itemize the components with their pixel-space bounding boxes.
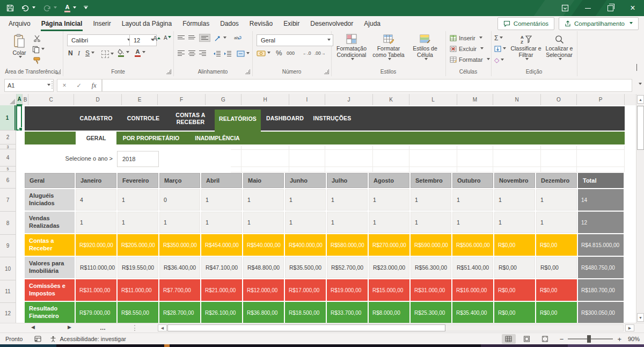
report-data-cell[interactable]: R$0,00	[536, 279, 577, 301]
report-total-cell[interactable]: R$480.750,00	[578, 257, 624, 278]
sort-filter-button[interactable]: AZ Classificar e Filtrar	[510, 34, 541, 62]
expand-formula-bar-icon[interactable]	[639, 83, 642, 86]
insert-function-icon[interactable]: fx	[92, 82, 97, 90]
column-header-f[interactable]: F	[158, 94, 206, 105]
report-data-cell[interactable]: 1	[327, 189, 368, 211]
wrap-text-icon[interactable]: ab	[233, 34, 242, 42]
previous-sheet-icon[interactable]: ◀	[31, 324, 35, 330]
clipboard-dialog-launcher[interactable]	[56, 69, 61, 74]
report-data-cell[interactable]: 1	[243, 189, 284, 211]
accounting-format-icon[interactable]	[257, 50, 270, 57]
save-icon[interactable]	[6, 4, 14, 12]
decrease-indent-icon[interactable]	[213, 50, 221, 57]
decrease-decimal-icon[interactable]: .00→	[314, 50, 325, 56]
report-row-label-resultado-financeiro[interactable]: Resultado Financeiro	[25, 302, 75, 323]
align-center-icon[interactable]	[188, 50, 195, 56]
comma-style-button[interactable]: 000	[287, 50, 295, 56]
align-left-icon[interactable]	[178, 50, 185, 56]
report-data-cell[interactable]: R$16.000,00	[452, 279, 493, 301]
report-data-cell[interactable]: R$51.400,00	[452, 257, 493, 278]
report-header-cell-outubro[interactable]: Outubro	[452, 173, 493, 188]
row-header-11[interactable]: 11	[0, 280, 16, 303]
paste-dropdown-icon[interactable]	[19, 56, 22, 60]
borders-dropdown-icon[interactable]	[111, 53, 114, 56]
insert-dropdown-icon[interactable]	[479, 37, 482, 40]
align-bottom-icon[interactable]	[199, 34, 210, 42]
report-data-cell[interactable]: 1	[159, 212, 200, 233]
name-box-dropdown-icon[interactable]	[47, 84, 50, 88]
report-header-cell-agosto[interactable]: Agosto	[369, 173, 409, 188]
font-name-select[interactable]: Calibri	[67, 34, 133, 46]
report-data-cell[interactable]: R$8.000,00	[369, 302, 409, 323]
font-color-button[interactable]: A	[64, 4, 76, 12]
report-data-cell[interactable]: R$0,00	[536, 234, 577, 256]
bold-button[interactable]: N	[68, 49, 73, 57]
accounting-dropdown-icon[interactable]	[267, 52, 270, 55]
select-all-corner[interactable]	[0, 94, 17, 105]
redo-dropdown-icon[interactable]	[54, 6, 57, 10]
report-data-cell[interactable]: R$36.400,00	[159, 257, 200, 278]
report-data-cell[interactable]: R$28.700,00	[159, 302, 200, 323]
more-sheets-button[interactable]: …	[100, 324, 106, 331]
report-data-cell[interactable]: 1	[118, 189, 158, 211]
report-data-cell[interactable]: 1	[452, 212, 493, 233]
report-data-cell[interactable]: R$11.000,00	[118, 279, 158, 301]
report-data-cell[interactable]: R$31.000,00	[76, 279, 116, 301]
paste-button[interactable]: Colar	[8, 34, 31, 60]
copy-icon[interactable]	[32, 46, 45, 53]
undo-dropdown-icon[interactable]	[32, 6, 35, 10]
zoom-slider[interactable]	[568, 338, 613, 339]
report-data-cell[interactable]: 1	[369, 189, 409, 211]
report-data-cell[interactable]: R$25.300,00	[411, 302, 451, 323]
column-header-e[interactable]: E	[122, 94, 158, 105]
grow-font-button[interactable]: A	[153, 35, 160, 42]
report-data-cell[interactable]: R$590.000,00	[411, 234, 451, 256]
sort-filter-dropdown-icon[interactable]	[525, 58, 529, 62]
report-data-cell[interactable]: R$0,00	[494, 257, 535, 278]
menu-tab-inserir[interactable]: Inserir	[87, 16, 116, 31]
column-header-j[interactable]: J	[325, 94, 373, 105]
column-header-l[interactable]: L	[409, 94, 457, 105]
report-header-cell-fevereiro[interactable]: Fevereiro	[118, 173, 158, 188]
report-data-cell[interactable]: R$205.000,00	[118, 234, 158, 256]
delete-cells-button[interactable]: Excluir	[450, 46, 484, 52]
format-cells-button[interactable]: Formatar	[450, 56, 490, 63]
shrink-font-button[interactable]: A	[164, 35, 171, 41]
zoom-in-button[interactable]: +	[617, 335, 621, 343]
page-break-view-button[interactable]	[538, 334, 552, 344]
format-as-table-dropdown-icon[interactable]	[388, 58, 391, 62]
merge-center-icon[interactable]	[237, 50, 250, 57]
row-header-6[interactable]: 6	[0, 172, 16, 189]
horizontal-scroll-thumb[interactable]	[167, 324, 445, 331]
report-total-cell[interactable]: 14	[578, 189, 624, 211]
scroll-up-button[interactable]: ▲	[637, 95, 644, 104]
active-cell-selection[interactable]	[16, 105, 22, 131]
report-data-cell[interactable]: R$270.000,00	[369, 234, 409, 256]
conditional-formatting-dropdown-icon[interactable]	[351, 58, 354, 62]
cancel-entry-icon[interactable]: ×	[63, 82, 67, 89]
share-dropdown-icon[interactable]	[630, 22, 633, 26]
redo-button[interactable]	[43, 5, 57, 12]
report-data-cell[interactable]: R$36.800,00	[243, 302, 284, 323]
vertical-scrollbar[interactable]: ▲ ▼	[636, 94, 644, 323]
column-header-k[interactable]: K	[373, 94, 409, 105]
row-header-5[interactable]: 5	[0, 167, 16, 172]
row-header-8[interactable]: 8	[0, 212, 16, 235]
row-header-7[interactable]: 7	[0, 189, 16, 212]
nav-tab-dashboard[interactable]: DASHBOARD	[262, 106, 308, 131]
menu-tab-exibir[interactable]: Exibir	[278, 16, 305, 31]
report-data-cell[interactable]: R$17.000,00	[285, 279, 326, 301]
report-data-cell[interactable]: R$12.000,00	[243, 279, 284, 301]
report-row-label-vendas-realizadas[interactable]: Vendas Realizadas	[25, 212, 75, 233]
row-header-2[interactable]: 2	[0, 131, 16, 144]
report-row-label-comissoes-e-impostos[interactable]: Comissões e Impostos	[25, 279, 75, 301]
report-data-cell[interactable]: 1	[536, 189, 577, 211]
fill-color-dropdown-icon[interactable]	[126, 51, 129, 55]
column-header-n[interactable]: N	[493, 94, 541, 105]
conditional-formatting-button[interactable]: Formatação Condicional	[333, 34, 370, 62]
report-data-cell[interactable]: R$23.000,00	[369, 257, 409, 278]
cell-styles-button[interactable]: Estilos de Célula	[407, 34, 443, 62]
format-painter-icon[interactable]	[33, 57, 41, 64]
column-header-h[interactable]: H	[241, 94, 289, 105]
borders-button[interactable]	[101, 50, 114, 58]
